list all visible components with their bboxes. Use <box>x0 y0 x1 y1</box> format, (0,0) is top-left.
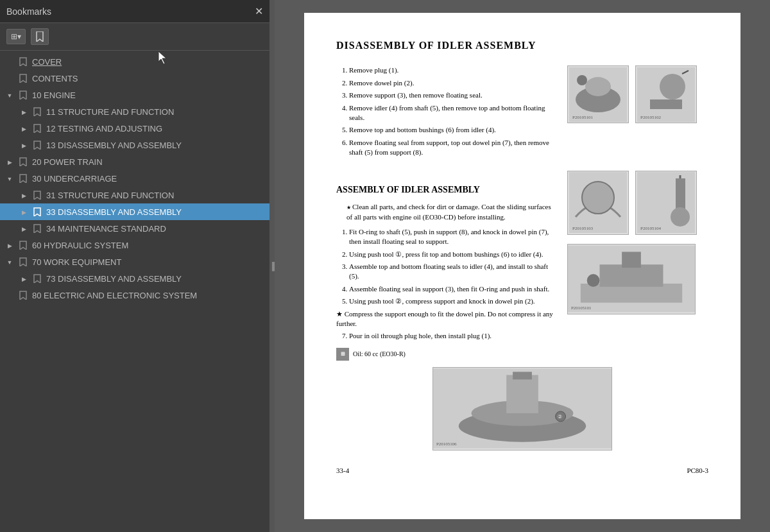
bookmark-item-power-train[interactable]: 20 POWER TRAIN <box>0 153 270 170</box>
assembly-step-5: Using push tool ②, compress support and … <box>349 296 554 306</box>
toggle-disassembly-33[interactable] <box>19 209 28 216</box>
img-placeholder-2: P20105102 <box>635 65 697 123</box>
model-number: PC80-3 <box>687 466 708 476</box>
bookmark-item-undercarriage[interactable]: 30 UNDERCARRIAGE <box>0 170 270 187</box>
bookmark-icon-structure-fn-30 <box>32 190 42 200</box>
view-toggle-button[interactable]: ⊞▾ <box>6 29 26 44</box>
top-images: P20105101 P20105102 <box>567 65 708 126</box>
bookmark-label-disassembly-engine: 13 DISASSEMBLY AND ASSEMBLY <box>46 141 182 150</box>
bookmark-icon-contents <box>18 73 28 83</box>
svg-text:P20105102: P20105102 <box>640 115 661 120</box>
bookmark-label-structure-fn-30: 31 STRUCTURE AND FUNCTION <box>46 191 174 200</box>
img-placeholder-6: ② P20105106 <box>432 367 612 450</box>
bookmark-icon <box>35 31 44 42</box>
bookmark-label-work-equipment: 70 WORK EQUIPMENT <box>32 257 121 267</box>
bookmark-icon-disassembly-engine <box>32 140 42 150</box>
toggle-maintenance-34[interactable] <box>19 225 28 232</box>
bookmark-label-electric: 80 ELECTRIC AND ELECTRONIC SYSTEM <box>32 291 197 300</box>
svg-point-2 <box>585 77 611 96</box>
bookmark-item-disassembly-33[interactable]: 33 DISASSEMBLY AND ASSEMBLY <box>0 203 270 220</box>
toggle-work-equipment[interactable] <box>5 259 14 266</box>
assembly-note-5: ★ Compress the support enough to fit the… <box>336 309 554 329</box>
bookmark-icon-cover <box>18 56 28 67</box>
sidebar-toolbar: ⊞▾ <box>0 23 270 51</box>
svg-rect-28 <box>513 372 532 380</box>
toggle-power-train[interactable] <box>5 159 14 166</box>
bookmark-item-disassembly-73[interactable]: 73 DISASSEMBLY AND ASSEMBLY <box>0 270 270 287</box>
assembly-intro-list: Clean all parts, and check for dirt or d… <box>336 202 554 222</box>
bookmark-label-contents: CONTENTS <box>32 74 78 83</box>
disassembly-steps-list: Remove plug (1).Remove dowel pin (2).Rem… <box>336 65 554 157</box>
svg-point-22 <box>587 274 600 287</box>
disassembly-steps-col: Remove plug (1).Remove dowel pin (2).Rem… <box>336 65 554 164</box>
disassembly-step-4: Remove idler (4) from shaft (5), then re… <box>349 103 554 123</box>
toggle-structure-fn-30[interactable] <box>19 192 28 199</box>
toggle-disassembly-73[interactable] <box>19 275 28 282</box>
bookmark-icon-undercarriage <box>18 173 28 184</box>
bookmark-label-hydraulic: 60 HYDRAULIC SYSTEM <box>32 241 128 250</box>
disassembly-section: Remove plug (1).Remove dowel pin (2).Rem… <box>336 65 708 164</box>
bookmark-icon-testing <box>32 123 42 133</box>
img-placeholder-5: P20105101 <box>567 244 696 314</box>
assembly-step-2: Using push tool ①, press fit top and bot… <box>349 250 554 259</box>
bookmark-item-testing[interactable]: 12 TESTING AND ADJUSTING <box>0 120 270 137</box>
toggle-structure-fn[interactable] <box>19 108 28 116</box>
image-1: P20105101 <box>567 65 629 126</box>
assembly-step-1: Fit O-ring to shaft (5), push in support… <box>349 227 554 247</box>
svg-rect-21 <box>622 252 641 268</box>
bookmark-item-cover[interactable]: COVER <box>0 53 270 70</box>
toggle-engine[interactable] <box>5 92 14 99</box>
bookmark-label-undercarriage: 30 UNDERCARRIAGE <box>32 174 117 184</box>
close-button[interactable]: ✕ <box>255 5 263 17</box>
bookmark-icon-engine <box>18 90 28 100</box>
bookmark-item-maintenance-34[interactable]: 34 MAINTENANCE STANDARD <box>0 220 270 237</box>
bookmark-label-power-train: 20 POWER TRAIN <box>32 157 103 167</box>
sidebar: Bookmarks ✕ ⊞▾ COVER CONTENTS 10 ENGINE … <box>0 0 270 532</box>
assembly-step-3: Assemble top and bottom floating seals t… <box>349 262 554 282</box>
toggle-disassembly-engine[interactable] <box>19 142 28 149</box>
sidebar-header: Bookmarks ✕ <box>0 0 270 23</box>
svg-text:P20105101: P20105101 <box>571 305 592 310</box>
oil-icon: ⊞ <box>336 348 349 361</box>
resize-handle[interactable]: ▐ <box>270 0 275 532</box>
image-2: P20105102 <box>635 65 697 126</box>
bookmark-label-engine: 10 ENGINE <box>32 90 76 100</box>
toggle-hydraulic[interactable] <box>5 242 14 249</box>
assembly-text-col: ASSEMBLY OF IDLER ASSEMBLY Clean all par… <box>336 171 554 361</box>
assembly-step-6: Pour in oil through plug hole, then inst… <box>349 331 554 341</box>
bookmark-icon-power-train <box>18 157 28 167</box>
toggle-undercarriage[interactable] <box>5 175 14 182</box>
svg-text:②: ② <box>558 414 562 420</box>
bookmark-item-disassembly-engine[interactable]: 13 DISASSEMBLY AND ASSEMBLY <box>0 137 270 153</box>
img-placeholder-4: P20105104 <box>635 171 697 235</box>
bookmark-item-engine[interactable]: 10 ENGINE <box>0 87 270 103</box>
image-3: P20105103 <box>567 171 629 237</box>
svg-rect-14 <box>676 178 685 210</box>
svg-point-15 <box>671 207 690 227</box>
svg-point-3 <box>577 75 587 85</box>
svg-text:P20105101: P20105101 <box>572 115 593 120</box>
bookmark-item-structure-fn[interactable]: 11 STRUCTURE AND FUNCTION <box>0 103 270 120</box>
bookmark-item-hydraulic[interactable]: 60 HYDRAULIC SYSTEM <box>0 237 270 253</box>
bookmark-item-contents[interactable]: CONTENTS <box>0 70 270 87</box>
disassembly-step-5: Remove top and bottom bushings (6) from … <box>349 125 554 135</box>
assembly-section: ASSEMBLY OF IDLER ASSEMBLY Clean all par… <box>336 171 708 361</box>
toggle-testing[interactable] <box>19 125 28 132</box>
page-footer: 33-4 PC80-3 <box>336 466 708 476</box>
assembly-step-4: Assemble floating seal in support (3), t… <box>349 284 554 294</box>
bookmark-item-electric[interactable]: 80 ELECTRIC AND ELECTRONIC SYSTEM <box>0 287 270 304</box>
bookmark-item-structure-fn-30[interactable]: 31 STRUCTURE AND FUNCTION <box>0 187 270 203</box>
bookmark-item-work-equipment[interactable]: 70 WORK EQUIPMENT <box>0 253 270 270</box>
bookmark-button[interactable] <box>31 28 49 45</box>
bookmark-icon-work-equipment <box>18 257 28 267</box>
disassembly-step-2: Remove dowel pin (2). <box>349 78 554 88</box>
disassembly-step-1: Remove plug (1). <box>349 65 554 75</box>
assembly-title: ASSEMBLY OF IDLER ASSEMBLY <box>336 184 554 196</box>
page-view: DISASSEMBLY OF IDLER ASSEMBLY Remove plu… <box>304 13 740 519</box>
svg-rect-20 <box>600 264 663 287</box>
bookmark-icon-electric <box>18 290 28 300</box>
bookmark-label-disassembly-33: 33 DISASSEMBLY AND ASSEMBLY <box>46 207 182 217</box>
disassembly-step-6: Remove floating seal from support, top o… <box>349 138 554 158</box>
svg-text:P20105106: P20105106 <box>436 442 457 447</box>
bookmark-icon-disassembly-73 <box>32 273 42 284</box>
